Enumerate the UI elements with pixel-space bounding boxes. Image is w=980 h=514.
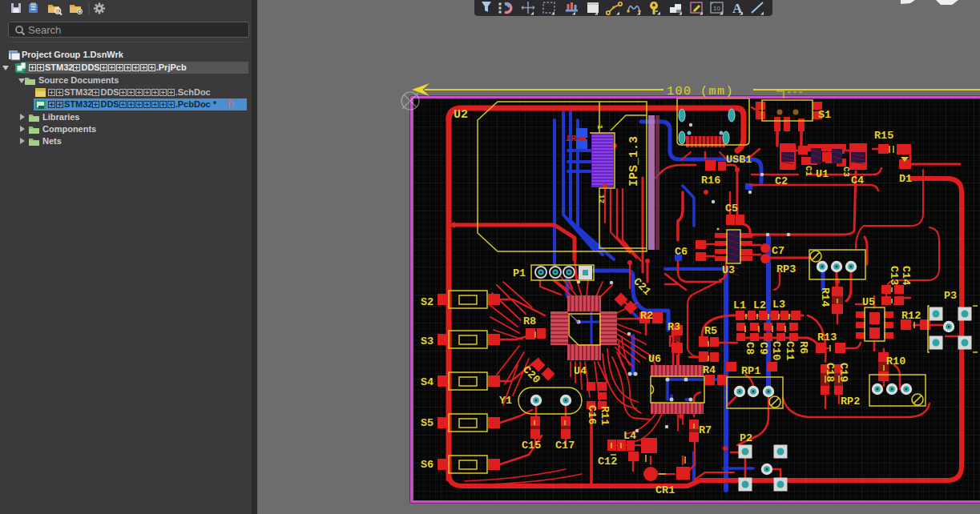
- svg-text:U1: U1: [816, 168, 829, 180]
- svg-text:R8: R8: [523, 315, 536, 327]
- svg-text:S4: S4: [421, 376, 434, 388]
- svg-text:RP3: RP3: [776, 263, 796, 275]
- svg-text:C13: C13: [888, 266, 900, 285]
- svg-text:S2: S2: [421, 296, 434, 308]
- svg-text:1: 1: [595, 125, 603, 130]
- svg-text:12: 12: [597, 195, 605, 203]
- svg-text:R14: R14: [819, 287, 831, 307]
- svg-text:R12: R12: [901, 310, 921, 322]
- svg-text:R13: R13: [817, 331, 837, 343]
- svg-text:R4: R4: [703, 364, 716, 376]
- svg-text:S1: S1: [818, 109, 831, 121]
- svg-text:R3: R3: [667, 321, 680, 333]
- svg-text:D1: D1: [899, 173, 912, 185]
- svg-text:C9: C9: [757, 342, 769, 355]
- svg-text:C8: C8: [744, 342, 756, 355]
- svg-text:L4: L4: [623, 430, 636, 442]
- svg-text:S5: S5: [421, 417, 434, 429]
- svg-text:IPS_1.3: IPS_1.3: [627, 136, 641, 187]
- svg-text:U4: U4: [574, 365, 587, 377]
- svg-text:R7: R7: [699, 424, 712, 436]
- svg-text:R16: R16: [701, 175, 720, 187]
- svg-text:RP2: RP2: [841, 396, 860, 408]
- svg-text:C3: C3: [841, 167, 851, 178]
- svg-text:R2: R2: [640, 310, 653, 322]
- svg-text:C14: C14: [900, 266, 912, 285]
- svg-text:100 (mm): 100 (mm): [667, 85, 734, 98]
- svg-text:U2: U2: [454, 108, 468, 122]
- svg-text:R11: R11: [599, 406, 611, 425]
- svg-text:R6: R6: [797, 341, 809, 354]
- svg-text:C11: C11: [784, 341, 796, 360]
- svg-text:P3: P3: [944, 290, 957, 302]
- svg-text:C18: C18: [824, 363, 836, 382]
- svg-text:S3: S3: [421, 335, 434, 347]
- svg-text:S6: S6: [421, 459, 434, 471]
- svg-text:USB1: USB1: [726, 154, 752, 166]
- svg-text:Y1: Y1: [499, 395, 512, 407]
- svg-text:C7: C7: [772, 245, 784, 257]
- svg-text:L2: L2: [753, 299, 766, 311]
- svg-text:U5: U5: [862, 296, 875, 308]
- svg-text:C16: C16: [586, 405, 598, 424]
- svg-text:C19: C19: [837, 363, 849, 382]
- svg-text:R5: R5: [704, 325, 717, 337]
- svg-text:R15: R15: [874, 130, 893, 142]
- svg-text:P1: P1: [513, 267, 526, 279]
- svg-text:P2: P2: [740, 432, 752, 444]
- svg-text:10: 10: [713, 5, 720, 12]
- svg-text:L3: L3: [772, 299, 785, 311]
- svg-text:C12: C12: [598, 456, 617, 468]
- svg-text:C5: C5: [725, 203, 738, 215]
- svg-text:CR1: CR1: [655, 484, 675, 496]
- svg-text:R1: R1: [565, 134, 576, 143]
- svg-text:C6: C6: [675, 246, 688, 258]
- svg-text:U6: U6: [648, 353, 661, 365]
- svg-text:RP1: RP1: [741, 365, 760, 377]
- svg-text:L1: L1: [733, 299, 746, 311]
- svg-text:C4: C4: [851, 175, 864, 187]
- svg-text:U3: U3: [722, 264, 735, 276]
- svg-text:C2: C2: [775, 175, 788, 187]
- svg-text:C10: C10: [770, 341, 782, 360]
- svg-text:C15: C15: [522, 440, 541, 452]
- svg-text:C17: C17: [555, 440, 575, 452]
- svg-text:C1: C1: [804, 166, 813, 177]
- svg-text:R10: R10: [886, 355, 905, 367]
